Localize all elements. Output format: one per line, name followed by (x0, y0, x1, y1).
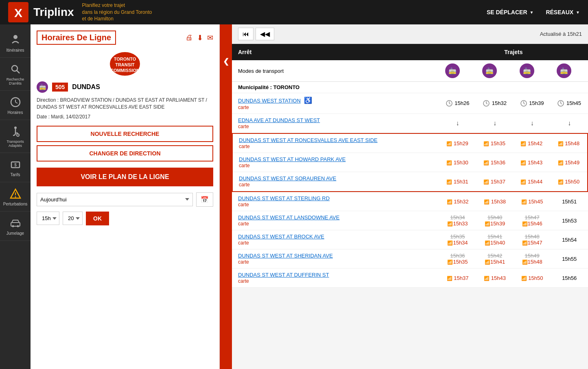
time-cell-1: 15h34 📶15h33 (439, 211, 477, 230)
carte-link[interactable]: carte (238, 202, 249, 207)
sidebar-item-itineraires[interactable]: Itinéraires (0, 28, 31, 58)
carte-link[interactable]: carte (238, 124, 249, 129)
date-select-input[interactable]: Aujourd'hui (37, 193, 193, 206)
time-cell-2: 📶 15h43 (476, 269, 514, 288)
stop-name-link[interactable]: DUNDAS ST WEST AT DUFFERIN ST (238, 272, 329, 278)
realtime-time: 15h48 (528, 259, 542, 265)
realtime-icon: 📶 (522, 260, 528, 264)
realtime-time: 15h49 (565, 159, 579, 166)
ok-button[interactable]: OK (86, 212, 109, 225)
time-cell-1: 📶 15h29 (439, 134, 476, 153)
sidebar-item-recherche-arrets[interactable]: Recherche D'arrêts (0, 58, 31, 91)
carte-link[interactable]: carte (238, 221, 249, 227)
realtime-icon: 📶 (447, 199, 452, 204)
sidebar-item-perturbations[interactable]: Perturbations (0, 182, 31, 212)
voir-plan-button[interactable]: VOIR LE PLAN DE LA LIGNE (37, 168, 213, 186)
realtime-icon: 📶 (483, 179, 489, 184)
message-icon[interactable]: ✉ (207, 33, 213, 42)
transport-icon-col-1: 🚋 (439, 60, 477, 82)
time-cell-3: 📶 15h50 (514, 269, 551, 288)
nouvelle-recherche-button[interactable]: NOUVELLE RECHERCHE (37, 126, 213, 142)
realtime-icon: 📶 (484, 199, 490, 204)
prev-button[interactable]: ◀◀ (256, 28, 274, 40)
nav-reseaux[interactable]: RÉSEAUX ▼ (546, 9, 580, 15)
stop-name-link[interactable]: DUNDAS ST WEST AT STERLING RD (238, 195, 330, 201)
carte-link[interactable]: carte (239, 182, 250, 188)
transit-mode-icon: 🚋 (37, 81, 48, 93)
svg-text:TORONTO: TORONTO (114, 57, 136, 61)
stop-row-lansdowne: DUNDAS ST WEST AT LANSDOWNE AVE carte 15… (232, 211, 588, 230)
direction-text: Direction : BROADVIEW STATION / DUNDAS S… (37, 97, 213, 111)
stop-name-link[interactable]: DUNDAS ST WEST AT SHERIDAN AVE (238, 253, 333, 259)
stop-name-link[interactable]: DUNDAS ST WEST AT LANSDOWNE AVE (238, 214, 339, 221)
time-cell-4: 15h45 (551, 93, 588, 114)
nav-se-deplacer[interactable]: SE DÉPLACER ▼ (487, 9, 533, 15)
carte-link[interactable]: carte (238, 259, 249, 265)
itineraires-icon (9, 33, 22, 46)
realtime-time: 15h46 (528, 221, 542, 227)
realtime-time: 15h35 (453, 259, 468, 265)
carte-link[interactable]: carte (238, 105, 249, 110)
realtime-time: 15h29 (454, 140, 468, 146)
svg-point-16 (12, 225, 14, 227)
carte-link[interactable]: carte (238, 278, 249, 284)
stop-name-link[interactable]: EDNA AVE AT DUNDAS ST WEST (238, 117, 320, 123)
realtime-icon: 📶 (483, 141, 489, 146)
time-cell-3: 📶 15h44 (513, 172, 550, 191)
realtime-icon: 📶 (521, 199, 527, 204)
strikethrough-time: 15h47 (525, 214, 540, 221)
agency-logo: TORONTO TRANSIT COMMISSION (37, 51, 213, 77)
schedule-panel: ⏮ ◀◀ Actualisé à 15h21 Arrêt Trajets Mod… (232, 24, 588, 369)
sidebar-item-horaires[interactable]: Horaires (0, 91, 31, 120)
schedule-table: Arrêt Trajets Modes de transport 🚋 🚋 (232, 44, 588, 133)
time-cell-2: ↓ (476, 114, 514, 133)
calendar-button[interactable]: 📅 (196, 192, 213, 207)
car-icon (9, 216, 22, 229)
sidebar-item-transports-adaptes[interactable]: Transports Adaptés (0, 120, 31, 153)
print-icon[interactable]: 🖨 (186, 33, 193, 42)
transport-modes-row: Modes de transport 🚋 🚋 🚋 🚋 (232, 60, 588, 82)
stop-name-link[interactable]: DUNDAS ST WEST AT RONCESVALLES AVE EAST … (239, 137, 378, 143)
stop-cell-sorauren: DUNDAS ST WEST AT SORAUREN AVE carte (233, 172, 439, 191)
carte-link[interactable]: carte (239, 163, 250, 168)
arrow-down-icon: ↓ (531, 120, 534, 127)
stop-cell-dufferin: DUNDAS ST WEST AT DUFFERIN ST carte (232, 269, 439, 288)
collapse-panel-button[interactable]: ❮ (220, 24, 232, 369)
arrow-down-icon: ↓ (568, 120, 571, 127)
chevron-down-icon: ▼ (576, 10, 580, 15)
time-cell-4: 15h55 (551, 249, 588, 269)
realtime-time: 15h36 (491, 159, 505, 166)
time-selector: 15h 20 OK (37, 212, 213, 225)
route-info: 🚋 505 DUNDAS (37, 81, 213, 93)
stop-row-sterling: DUNDAS ST WEST AT STERLING RD carte 📶 15… (232, 192, 588, 211)
strikethrough-time: 15h42 (487, 253, 502, 259)
svg-point-9 (17, 134, 19, 136)
time-cell-2: 15h40 📶15h39 (476, 211, 514, 230)
updated-label: Actualisé à 15h21 (540, 31, 582, 37)
carte-link[interactable]: carte (238, 240, 249, 246)
sidebar: Itinéraires Recherche D'arrêts Horaires … (0, 24, 31, 369)
stop-name-link[interactable]: DUNDAS ST WEST AT HOWARD PARK AVE (239, 156, 345, 162)
time-cell-1: 15h35 📶15h34 (439, 230, 477, 249)
first-button[interactable]: ⏮ (238, 28, 254, 40)
minute-select-input[interactable]: 20 (63, 212, 83, 225)
app-name: Triplinx (33, 6, 74, 19)
carte-link[interactable]: carte (239, 144, 250, 149)
sidebar-item-jumelage[interactable]: Jumelage (0, 212, 31, 241)
download-icon[interactable]: ⬇ (197, 33, 203, 42)
schedule-toolbar: ⏮ ◀◀ Actualisé à 15h21 (232, 24, 588, 44)
tram-icon-4: 🚋 (557, 63, 571, 78)
realtime-icon: 📶 (522, 221, 528, 226)
municipality-row: Municipalité : TORONTO (232, 82, 588, 93)
stop-name-link[interactable]: DUNDAS ST WEST AT BROCK AVE (238, 234, 324, 240)
date-selector: Aujourd'hui 📅 (37, 192, 213, 207)
stop-name-link[interactable]: DUNDAS ST WEST AT SORAUREN AVE (239, 175, 336, 181)
time-cell-4: ↓ (551, 114, 588, 133)
schedule-container[interactable]: Arrêt Trajets Modes de transport 🚋 🚋 (232, 44, 588, 369)
realtime-time: 15h37 (454, 275, 468, 281)
stop-name-link[interactable]: DUNDAS WEST STATION (238, 98, 301, 104)
changer-direction-button[interactable]: CHANGER DE DIRECTION (37, 145, 213, 162)
sidebar-item-tarifs[interactable]: $ Tarifs (0, 153, 31, 182)
hour-select-input[interactable]: 15h (37, 212, 59, 225)
time-cell-3: ↓ (514, 114, 551, 133)
